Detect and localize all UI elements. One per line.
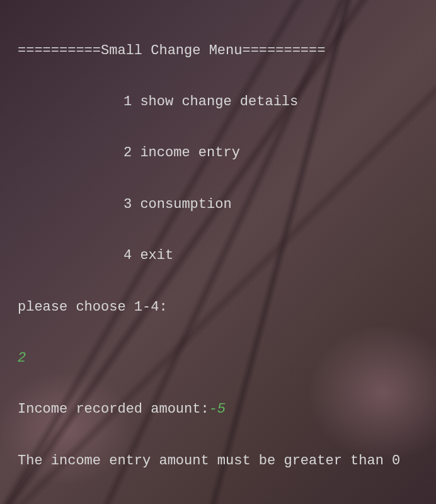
- income-input[interactable]: -5: [209, 401, 226, 417]
- menu-option-2: 2 income entry: [18, 140, 418, 166]
- blank-line: [18, 500, 418, 504]
- terminal-output: ==========Small Change Menu========== 1 …: [18, 13, 418, 504]
- choose-prompt: please choose 1-4:: [18, 295, 418, 321]
- income-prompt: Income recorded amount:: [18, 401, 209, 417]
- menu-option-3: 3 consumption: [18, 192, 418, 218]
- menu-option-1: 1 show change details: [18, 89, 418, 115]
- income-line: Income recorded amount:-5: [18, 397, 418, 423]
- income-error: The income entry amount must be greater …: [18, 449, 418, 474]
- user-input-choice[interactable]: 2: [18, 346, 418, 372]
- menu-header: ==========Small Change Menu==========: [18, 38, 418, 64]
- menu-option-4: 4 exit: [18, 243, 418, 269]
